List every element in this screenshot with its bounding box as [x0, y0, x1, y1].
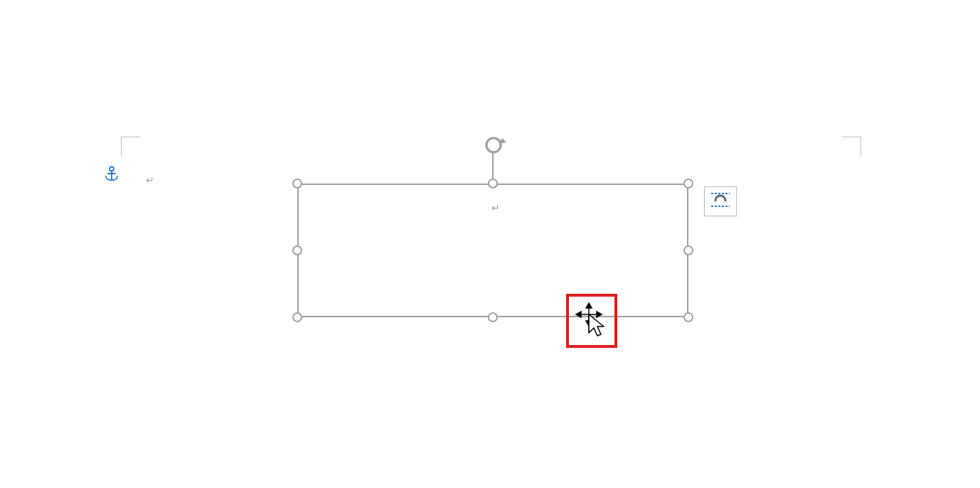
page-margin-corner-top-left — [121, 137, 140, 156]
resize-handle-middle-left[interactable] — [292, 245, 302, 255]
anchor-icon — [104, 166, 119, 187]
svg-marker-10 — [586, 321, 592, 326]
page-margin-corner-top-right — [842, 137, 861, 156]
resize-handle-bottom-right[interactable] — [683, 312, 693, 322]
layout-options-icon — [710, 191, 731, 212]
layout-options-button[interactable] — [704, 186, 737, 216]
resize-handle-top-left[interactable] — [292, 179, 302, 189]
resize-handle-bottom-left[interactable] — [292, 312, 302, 322]
resize-handle-top-middle[interactable] — [488, 179, 498, 189]
resize-handle-middle-right[interactable] — [683, 245, 693, 255]
paragraph-mark-in-box: ↵ — [491, 203, 500, 213]
resize-handle-bottom-middle[interactable] — [488, 312, 498, 322]
resize-handle-top-right[interactable] — [683, 179, 693, 189]
svg-marker-13 — [589, 314, 604, 336]
rotate-handle[interactable] — [481, 132, 506, 161]
paragraph-mark: ↵ — [146, 175, 154, 185]
document-canvas: ↵ ↵ — [0, 0, 980, 488]
selected-text-box[interactable]: ↵ — [297, 184, 688, 317]
